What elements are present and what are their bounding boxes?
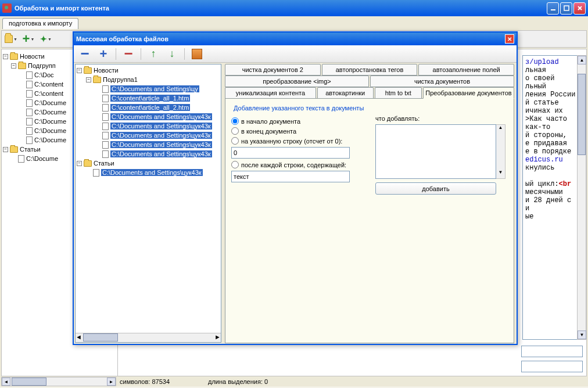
hscroll-area: ◄ ► символов: 87534 длина выделения: 0 (1, 376, 587, 387)
input-field-1[interactable] (521, 346, 583, 357)
maximize-button[interactable] (560, 2, 572, 15)
tab-clean-docs[interactable]: чистка документов (370, 76, 514, 87)
scroll-down-icon[interactable]: ▼ (578, 330, 586, 339)
file-icon (26, 127, 33, 135)
file-icon (26, 136, 33, 144)
scroll-right-icon[interactable]: ► (214, 333, 221, 342)
radio-start-input[interactable] (231, 117, 239, 125)
radio-end-doc: в конец документа (231, 127, 364, 135)
stop-icon (192, 49, 202, 59)
svg-rect-1 (564, 6, 569, 10)
radio-label[interactable]: в начало документа (241, 118, 300, 125)
radio-line-input[interactable] (231, 137, 239, 145)
tab-img-transform[interactable]: преобразование <img> (225, 76, 369, 87)
preview-scrollbar[interactable]: ▲ ▼ (577, 55, 586, 340)
content-textarea[interactable] (375, 124, 496, 179)
mass-processing-dialog: Массовая обработка файлов ✕ − + − ↑ ↓ −Н… (73, 31, 518, 345)
chevron-down-icon: ▼ (13, 37, 17, 41)
tree-file: C:\Documents and Settings\цук43к (77, 112, 220, 121)
collapse-all-button[interactable]: − (77, 47, 92, 61)
tab-auto-fill[interactable]: автозаполнение полей (418, 64, 514, 76)
chevron-down-icon: ▼ (30, 37, 34, 41)
what-add-label: что добавлять: (375, 115, 508, 122)
textarea-scrollbar[interactable]: ▲ ▼ (496, 124, 505, 179)
contains-text-input[interactable] (231, 171, 350, 182)
move-up-button[interactable]: ↑ (146, 47, 161, 61)
close-button[interactable] (573, 2, 586, 15)
main-titlebar: Обработка и импорт контента (0, 0, 588, 16)
main-tabstrip: подготовка к импорту (0, 16, 588, 29)
group-title: Добавление указанного текста в документы (231, 103, 508, 115)
collapse-icon[interactable]: − (3, 147, 8, 152)
scroll-left-icon[interactable]: ◄ (2, 378, 10, 386)
scrollbar-thumb[interactable] (578, 74, 586, 155)
chevron-down-icon: ▼ (48, 37, 52, 41)
scrollbar-thumb[interactable] (83, 333, 118, 342)
collapse-icon[interactable]: − (77, 68, 82, 73)
tab-auto-images[interactable]: автокартинки (317, 87, 374, 99)
collapse-icon[interactable]: − (3, 54, 8, 59)
tab-auto-tags[interactable]: автопростановка тегов (322, 64, 418, 76)
status-chars: символов: 87534 (120, 378, 170, 385)
tree-file: C:\Documents and Settings\цук43к (77, 131, 220, 140)
add-button[interactable]: +▼ (21, 32, 35, 46)
collapse-icon[interactable]: − (86, 77, 91, 82)
input-field-2[interactable] (521, 361, 583, 372)
radio-label[interactable]: в конец документа (241, 128, 296, 135)
file-icon (26, 71, 33, 79)
dialog-titlebar[interactable]: Массовая обработка файлов ✕ (74, 33, 517, 45)
radio-at-line: на указанную строку (отсчет от 0): (231, 137, 364, 145)
arrow-down-icon: ↓ (170, 48, 175, 60)
file-icon (18, 155, 24, 163)
dialog-file-tree[interactable]: −Новости −Подгруппа1 C:\Documents and Se… (75, 64, 221, 343)
file-icon (26, 118, 33, 125)
minimize-button[interactable] (547, 2, 559, 15)
tree-file: C:\content\article_all_2.htm (77, 103, 220, 112)
remove-icon: − (124, 49, 132, 59)
move-down-button[interactable]: ↓ (164, 47, 180, 61)
radio-label[interactable]: на указанную строку (отсчет от 0): (241, 138, 342, 145)
plus-icon: ✦ (40, 35, 47, 43)
add-button[interactable]: добавить (375, 182, 496, 195)
remove-button[interactable]: − (121, 47, 136, 61)
folder-icon (18, 63, 26, 69)
file-icon (26, 81, 33, 88)
dialog-close-button[interactable]: ✕ (505, 34, 514, 44)
radio-after-input[interactable] (231, 161, 239, 168)
right-inputs (521, 342, 583, 372)
line-number-input[interactable] (231, 147, 350, 159)
tab-preparation[interactable]: подготовка к импорту (2, 18, 78, 29)
tab-content: Добавление указанного текста в документы… (225, 98, 514, 343)
add-split-button[interactable]: ✦▼ (39, 32, 53, 46)
radio-end-input[interactable] (231, 127, 239, 135)
collapse-icon[interactable]: − (77, 161, 82, 166)
scroll-up-icon[interactable]: ▲ (496, 125, 505, 134)
folder-icon (10, 146, 18, 153)
collapse-icon[interactable]: − (11, 63, 16, 69)
app-icon (2, 3, 12, 13)
radio-label[interactable]: после каждой строки, содержащей: (241, 161, 346, 168)
expand-all-button[interactable]: + (96, 47, 111, 61)
open-folder-button[interactable]: ▼ (4, 32, 18, 46)
separator (184, 48, 185, 60)
scrollbar-thumb[interactable] (12, 378, 46, 386)
tab-doc-transform[interactable]: Преобразование документов (423, 87, 514, 99)
stop-button[interactable] (189, 47, 205, 61)
folder-icon (84, 67, 92, 74)
scroll-down-icon[interactable]: ▼ (496, 170, 505, 178)
hscroll-left[interactable]: ◄ ► (1, 377, 116, 386)
scroll-up-icon[interactable]: ▲ (578, 56, 586, 64)
tab-htm-to-txt[interactable]: htm to txt (375, 87, 422, 99)
file-icon (26, 90, 33, 98)
folder-icon (84, 160, 92, 167)
scroll-left-icon[interactable]: ◄ (76, 333, 82, 342)
tab-clean-docs-2[interactable]: чистка документов 2 (225, 64, 321, 76)
dialog-title: Массовая обработка файлов (76, 35, 505, 42)
file-icon (102, 95, 109, 102)
tab-unique-content[interactable]: уникализация контента (225, 87, 316, 99)
dialog-tree-hscroll[interactable]: ◄ ► (76, 333, 221, 342)
tree-file: C:\Documents and Settings\цук43к (77, 149, 220, 159)
scroll-right-icon[interactable]: ► (107, 378, 116, 386)
tree-file: C:\Documents and Settings\цук43к (77, 140, 220, 149)
plus-icon: + (100, 48, 107, 60)
